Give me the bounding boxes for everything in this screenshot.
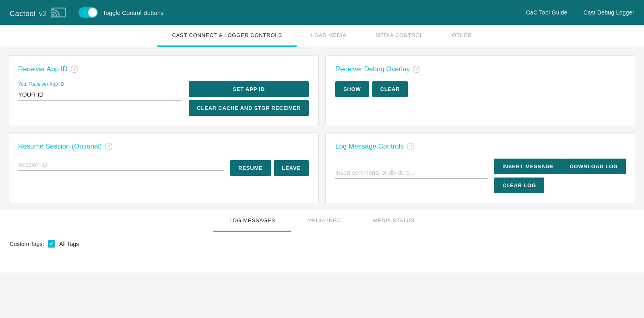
bottom-tabs: LOG MESSAGES MEDIA INFO MEDIA STATUS <box>0 210 644 232</box>
svg-point-1 <box>51 16 53 18</box>
receiver-app-input[interactable] <box>18 89 182 101</box>
tab-load-media[interactable]: LOAD MEDIA <box>297 25 361 47</box>
receiver-app-title: Receiver App ID ? <box>18 65 309 73</box>
clear-log-button[interactable]: CLEAR LOG <box>494 178 544 193</box>
session-id-input[interactable] <box>18 159 224 171</box>
resume-button[interactable]: RESUME <box>230 160 270 176</box>
log-message-help-icon[interactable]: ? <box>407 143 414 150</box>
brand-name: Cactool v2 <box>10 6 47 19</box>
resume-session-panel: Resume Session (Optional) ? RESUME LEAVE <box>8 132 319 203</box>
tab-media-status[interactable]: MEDIA STATUS <box>357 210 431 232</box>
bottom-content: Custom Tags: All Tags <box>0 232 644 273</box>
main-content: Receiver App ID ? Your Receiver App ID S… <box>0 47 644 203</box>
custom-tags-row: Custom Tags: All Tags <box>10 240 634 248</box>
download-log-button[interactable]: DOWNLOAD LOG <box>562 159 626 174</box>
main-tabs: CAST CONNECT & LOGGER CONTROLS LOAD MEDI… <box>0 25 644 47</box>
receiver-app-body: Your Receiver App ID SET APP ID CLEAR CA… <box>18 81 309 116</box>
resume-session-body: RESUME LEAVE <box>18 159 309 177</box>
tab-media-control[interactable]: MEDIA CONTROL <box>361 25 438 47</box>
all-tags-label: All Tags <box>59 241 79 247</box>
insert-message-button[interactable]: INSERT MESSAGE <box>494 159 562 174</box>
bottom-section: LOG MESSAGES MEDIA INFO MEDIA STATUS Cus… <box>0 210 644 273</box>
tab-media-info[interactable]: MEDIA INFO <box>291 210 357 232</box>
clear-cache-button[interactable]: CLEAR CACHE AND STOP RECEIVER <box>189 100 309 116</box>
all-tags-checkbox[interactable] <box>48 240 55 248</box>
receiver-app-help-icon[interactable]: ? <box>71 66 78 73</box>
receiver-app-input-area: Your Receiver App ID <box>18 81 182 107</box>
brand-area: Cactool v2 Toggle Control Buttons <box>10 6 526 19</box>
session-input-area <box>18 159 224 177</box>
cast-debug-logger-link[interactable]: Cast Debug Logger <box>583 9 634 16</box>
resume-session-help-icon[interactable]: ? <box>105 143 112 150</box>
receiver-debug-title: Receiver Debug Overlay ? <box>335 65 626 73</box>
cast-icon <box>51 6 66 19</box>
receiver-app-input-label: Your Receiver App ID <box>18 81 182 87</box>
cac-tool-guide-link[interactable]: CaC Tool Guide <box>526 9 568 16</box>
app-header: Cactool v2 Toggle Control Buttons CaC To… <box>0 0 644 25</box>
header-nav: CaC Tool Guide Cast Debug Logger <box>526 9 634 16</box>
toggle-area[interactable]: Toggle Control Buttons <box>78 7 164 18</box>
log-buttons: INSERT MESSAGE DOWNLOAD LOG CLEAR LOG <box>494 159 626 193</box>
receiver-app-panel: Receiver App ID ? Your Receiver App ID S… <box>8 55 319 126</box>
receiver-debug-help-icon[interactable]: ? <box>413 66 420 73</box>
log-comment-input[interactable] <box>335 167 488 179</box>
resume-session-title: Resume Session (Optional) ? <box>18 142 309 151</box>
leave-button[interactable]: LEAVE <box>274 160 309 176</box>
custom-tags-label: Custom Tags: <box>10 241 44 247</box>
show-button[interactable]: SHOW <box>335 81 369 97</box>
log-input-area <box>335 167 488 185</box>
tab-cast-connect[interactable]: CAST CONNECT & LOGGER CONTROLS <box>157 25 296 47</box>
log-message-title: Log Message Controls ? <box>335 142 626 151</box>
set-app-id-button[interactable]: SET APP ID <box>189 81 309 97</box>
tab-other[interactable]: OTHER <box>438 25 487 47</box>
log-message-body: INSERT MESSAGE DOWNLOAD LOG CLEAR LOG <box>335 159 626 193</box>
panel-grid: Receiver App ID ? Your Receiver App ID S… <box>8 55 636 203</box>
session-buttons: RESUME LEAVE <box>230 160 309 176</box>
receiver-debug-panel: Receiver Debug Overlay ? SHOW CLEAR <box>325 55 636 126</box>
toggle-label: Toggle Control Buttons <box>103 9 164 16</box>
clear-button[interactable]: CLEAR <box>372 81 408 97</box>
toggle-switch[interactable] <box>78 7 98 18</box>
receiver-debug-buttons: SHOW CLEAR <box>335 81 626 97</box>
receiver-app-buttons: SET APP ID CLEAR CACHE AND STOP RECEIVER <box>189 81 309 116</box>
log-message-panel: Log Message Controls ? INSERT MESSAGE DO… <box>325 132 636 203</box>
tab-log-messages[interactable]: LOG MESSAGES <box>213 210 291 232</box>
